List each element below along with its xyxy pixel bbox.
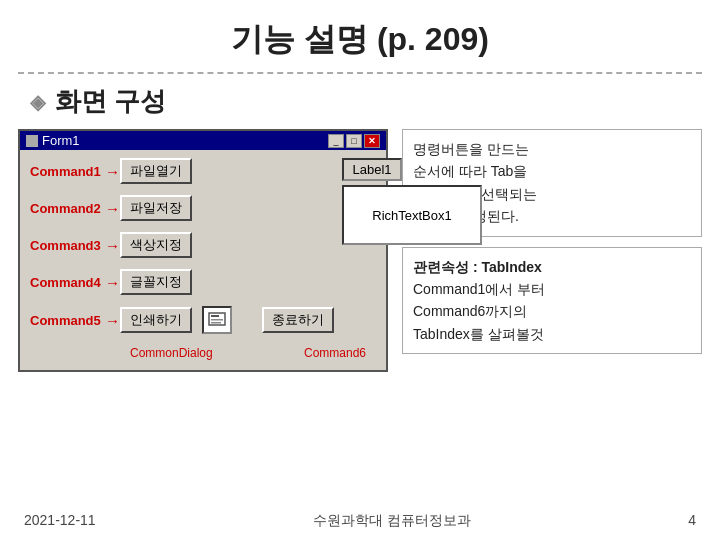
commondialog-icon — [202, 306, 232, 334]
close-button[interactable]: 종료하기 — [262, 307, 334, 333]
font-button[interactable]: 글꼴지정 — [120, 269, 192, 295]
svg-rect-2 — [211, 319, 223, 321]
arrow2: → — [105, 200, 120, 217]
footer-date: 2021-12-11 — [24, 512, 96, 530]
page-title: 기능 설명 (p. 209) — [0, 0, 720, 72]
info-box2-line1: Command1에서 부터 — [413, 278, 691, 300]
maximize-button[interactable]: □ — [346, 134, 362, 148]
arrow5: → — [105, 312, 120, 329]
info-box2-title: 관련속성 : TabIndex — [413, 256, 691, 278]
commondialog-text-label: CommonDialog — [130, 346, 213, 360]
section-header: ◈ 화면 구성 — [30, 84, 720, 119]
footer-page: 4 — [688, 512, 696, 530]
form-body: Command1 → 파일열기 Command2 → 파일저장 Command3… — [20, 150, 386, 370]
command1-label: Command1 — [30, 164, 105, 179]
command2-label: Command2 — [30, 201, 105, 216]
form-titlebar: Form1 _ □ ✕ — [20, 131, 386, 150]
close-window-button[interactable]: ✕ — [364, 134, 380, 148]
bottom-labels: CommonDialog Command6 — [30, 344, 376, 360]
richtextbox1-control[interactable]: RichTextBox1 — [342, 185, 482, 245]
main-content: Form1 _ □ ✕ Command1 → 파일열기 Command2 — [18, 129, 702, 372]
form-row-1: Command1 → 파일열기 Command2 → 파일저장 Command3… — [30, 158, 376, 340]
info-box2-line2: Command6까지의 — [413, 300, 691, 322]
command4-label: Command4 — [30, 275, 105, 290]
command5-label: Command5 — [30, 313, 105, 328]
divider — [18, 72, 702, 74]
form-icon — [26, 135, 38, 147]
print-button[interactable]: 인쇄하기 — [120, 307, 192, 333]
minimize-button[interactable]: _ — [328, 134, 344, 148]
info-box-2: 관련속성 : TabIndex Command1에서 부터 Command6까지… — [402, 247, 702, 355]
footer-school: 수원과학대 컴퓨터정보과 — [313, 512, 471, 530]
form-window: Form1 _ □ ✕ Command1 → 파일열기 Command2 — [18, 129, 388, 372]
color-button[interactable]: 색상지정 — [120, 232, 192, 258]
label1-control: Label1 — [342, 158, 402, 181]
titlebar-buttons: _ □ ✕ — [328, 134, 380, 148]
svg-rect-3 — [211, 322, 221, 324]
command3-label: Command3 — [30, 238, 105, 253]
file-open-button[interactable]: 파일열기 — [120, 158, 192, 184]
arrow3: → — [105, 237, 120, 254]
file-save-button[interactable]: 파일저장 — [120, 195, 192, 221]
form-title: Form1 — [42, 133, 80, 148]
footer: 2021-12-11 수원과학대 컴퓨터정보과 4 — [0, 512, 720, 530]
command6-text-label: Command6 — [304, 346, 366, 360]
diamond-icon: ◈ — [30, 90, 45, 114]
arrow1: → — [105, 163, 120, 180]
info-box2-line3: TabIndex를 살펴볼것 — [413, 323, 691, 345]
arrow4: → — [105, 274, 120, 291]
svg-rect-1 — [211, 315, 219, 317]
